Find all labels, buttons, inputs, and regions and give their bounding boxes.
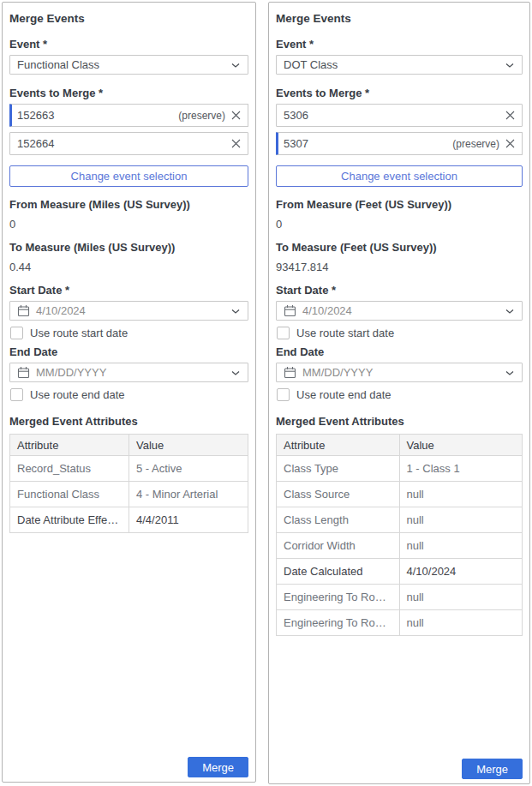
- table-row: Class Length null: [277, 507, 523, 533]
- use-route-end-date-checkbox[interactable]: Use route end date: [10, 388, 248, 401]
- preserve-tag: (preserve): [452, 138, 499, 150]
- from-measure-label: From Measure (Feet (US Survey)): [276, 198, 523, 212]
- value-cell[interactable]: 5 - Active: [129, 456, 248, 482]
- merge-button[interactable]: Merge: [188, 757, 248, 777]
- value-cell[interactable]: null: [399, 533, 523, 559]
- event-id-input[interactable]: 5306: [276, 104, 523, 127]
- checkbox-label: Use route end date: [296, 388, 392, 401]
- event-label: Event *: [276, 38, 523, 51]
- value-column-header: Value: [399, 435, 523, 456]
- use-route-start-date-checkbox[interactable]: Use route start date: [277, 327, 523, 339]
- checkbox-label: Use route start date: [30, 327, 128, 339]
- event-id-input[interactable]: 152664: [9, 132, 248, 155]
- value-cell[interactable]: 1 - Class 1: [399, 456, 523, 482]
- from-measure-value: 0: [276, 218, 523, 231]
- calendar-icon: [284, 366, 296, 379]
- table-row: Date Attribute Effective 4/4/2011: [10, 507, 248, 533]
- value-cell[interactable]: 4/4/2011: [129, 507, 248, 533]
- checkbox-unchecked-icon: [277, 388, 290, 401]
- attribute-cell: Corridor Width: [277, 533, 400, 559]
- calendar-icon: [17, 304, 30, 317]
- merge-events-panel-right: Merge Events Event * DOT Class Events to…: [268, 2, 530, 784]
- table-header-row: Attribute Value: [10, 435, 248, 456]
- chevron-down-icon: [505, 308, 515, 315]
- to-measure-value: 0.44: [9, 261, 248, 274]
- attribute-cell: Date Calculated: [277, 559, 400, 585]
- close-icon[interactable]: [505, 139, 515, 148]
- event-id-value: 5306: [284, 109, 499, 122]
- panel-title: Merge Events: [9, 11, 248, 26]
- table-row: Date Calculated 4/10/2024: [277, 559, 523, 585]
- events-to-merge-label: Events to Merge *: [9, 87, 248, 100]
- attribute-cell: Functional Class: [10, 482, 129, 507]
- attribute-column-header: Attribute: [10, 435, 129, 456]
- value-cell[interactable]: 4 - Minor Arterial: [129, 482, 248, 507]
- value-cell[interactable]: null: [399, 585, 523, 610]
- end-date-placeholder: MM/DD/YYYY: [36, 366, 230, 379]
- start-date-value: 4/10/2024: [302, 304, 505, 317]
- table-header-row: Attribute Value: [277, 435, 523, 456]
- attribute-cell: Engineering To RouteID: [277, 585, 400, 610]
- chevron-down-icon: [505, 369, 515, 376]
- merged-attributes-table: Attribute Value Class Type 1 - Class 1 C…: [276, 434, 523, 636]
- start-date-input[interactable]: 4/10/2024: [276, 301, 523, 321]
- table-row: Class Type 1 - Class 1: [277, 456, 523, 482]
- use-route-start-date-checkbox[interactable]: Use route start date: [10, 327, 248, 339]
- merge-events-panel-left: Merge Events Event * Functional Class Ev…: [2, 2, 256, 783]
- event-id-value: 152664: [17, 137, 225, 150]
- end-date-input[interactable]: MM/DD/YYYY: [276, 363, 523, 382]
- calendar-icon: [284, 304, 296, 317]
- event-id-value: 152663: [17, 109, 178, 122]
- close-icon[interactable]: [231, 111, 241, 120]
- preserve-tag: (preserve): [178, 110, 225, 122]
- table-row: Corridor Width null: [277, 533, 523, 559]
- close-icon[interactable]: [231, 139, 241, 148]
- merge-button[interactable]: Merge: [462, 759, 523, 779]
- checkbox-unchecked-icon: [10, 388, 23, 401]
- table-row: Class Source null: [277, 482, 523, 507]
- table-row: Functional Class 4 - Minor Arterial: [10, 482, 248, 507]
- table-row: Engineering To Route ... null: [277, 610, 523, 636]
- merged-event-attributes-label: Merged Event Attributes: [276, 415, 523, 429]
- event-select[interactable]: Functional Class: [9, 55, 248, 75]
- attribute-cell: Class Length: [277, 507, 400, 533]
- calendar-icon: [17, 366, 30, 379]
- start-date-label: Start Date *: [276, 284, 523, 297]
- value-column-header: Value: [129, 435, 248, 456]
- to-measure-value: 93417.814: [276, 261, 523, 274]
- checkbox-label: Use route start date: [296, 327, 394, 339]
- value-cell[interactable]: null: [399, 507, 523, 533]
- chevron-down-icon: [505, 62, 515, 69]
- event-id-input[interactable]: 152663 (preserve): [9, 104, 248, 127]
- end-date-label: End Date: [276, 345, 523, 359]
- event-label: Event *: [9, 38, 248, 51]
- table-row: Record_Status 5 - Active: [10, 456, 248, 482]
- chevron-down-icon: [230, 369, 241, 376]
- use-route-end-date-checkbox[interactable]: Use route end date: [277, 388, 523, 401]
- attribute-cell: Date Attribute Effective: [10, 507, 129, 533]
- start-date-input[interactable]: 4/10/2024: [9, 301, 248, 321]
- chevron-down-icon: [230, 62, 241, 69]
- start-date-value: 4/10/2024: [36, 304, 230, 317]
- event-select-value: DOT Class: [284, 58, 505, 71]
- to-measure-label: To Measure (Miles (US Survey)): [9, 241, 248, 255]
- event-id-input[interactable]: 5307 (preserve): [276, 132, 523, 155]
- end-date-input[interactable]: MM/DD/YYYY: [9, 363, 248, 382]
- change-event-selection-button[interactable]: Change event selection: [276, 165, 523, 187]
- change-event-selection-button[interactable]: Change event selection: [9, 165, 248, 187]
- events-to-merge-label: Events to Merge *: [276, 87, 523, 100]
- checkbox-label: Use route end date: [30, 388, 125, 401]
- merged-attributes-table: Attribute Value Record_Status 5 - Active…: [9, 434, 248, 533]
- end-date-placeholder: MM/DD/YYYY: [302, 366, 505, 379]
- attribute-cell: Class Type: [277, 456, 400, 482]
- attribute-column-header: Attribute: [277, 435, 400, 456]
- event-select[interactable]: DOT Class: [276, 55, 523, 75]
- attribute-cell: Engineering To Route ...: [277, 610, 400, 636]
- close-icon[interactable]: [505, 111, 515, 120]
- panel-title: Merge Events: [276, 11, 523, 26]
- start-date-label: Start Date *: [9, 284, 248, 297]
- value-cell[interactable]: 4/10/2024: [399, 559, 523, 585]
- table-row: Engineering To RouteID null: [277, 585, 523, 610]
- value-cell[interactable]: null: [399, 610, 523, 636]
- value-cell[interactable]: null: [399, 482, 523, 507]
